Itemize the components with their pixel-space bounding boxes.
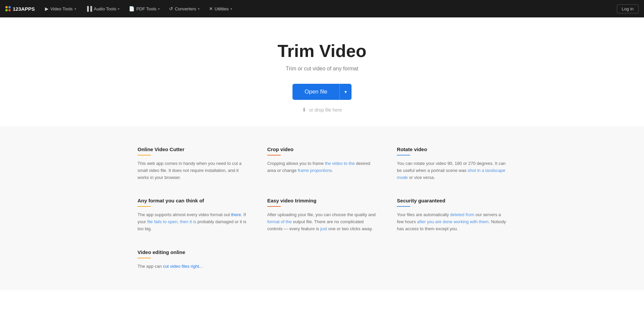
open-file-container: Open file ▾	[292, 84, 352, 100]
open-file-dropdown-button[interactable]: ▾	[339, 84, 352, 100]
video-tools-icon: ▶	[45, 6, 49, 11]
feature-text-5: After uploading your file, you can choos…	[267, 211, 377, 232]
feature-text-1: This web app comes in handy when you nee…	[138, 160, 247, 181]
utilities-icon: ✕	[209, 6, 213, 11]
feature-crop-video: Crop video Cropping allows you to frame …	[267, 146, 377, 181]
chevron-down-icon-2: ▾	[118, 7, 119, 11]
feature-title-1: Online Video Cutter	[138, 146, 247, 152]
feature-underline-2	[267, 155, 281, 155]
logo[interactable]: 123APPS	[5, 6, 35, 12]
nav-item-pdf-tools[interactable]: 📄 PDF Tools ▾	[125, 4, 163, 13]
nav-item-audio-tools[interactable]: ▐▐ Audio Tools ▾	[82, 4, 123, 13]
feature-text-7: The app can cut video files right...	[138, 263, 247, 270]
brand-name: 123APPS	[13, 6, 35, 12]
feature-video-editing: Video editing online The app can cut vid…	[138, 249, 247, 270]
nav-label-utilities: Utilities	[215, 6, 229, 11]
nav-label-audio-tools: Audio Tools	[94, 6, 116, 11]
feature-text-6: Your files are automatically deleted fro…	[397, 211, 506, 232]
features-grid: Online Video Cutter This web app comes i…	[138, 146, 506, 270]
nav-item-video-tools[interactable]: ▶ Video Tools ▾	[42, 4, 79, 13]
download-icon: ⬇	[302, 107, 306, 113]
there-link[interactable]: there	[231, 212, 241, 217]
nav-label-video-tools: Video Tools	[50, 6, 73, 11]
feature-underline-3	[397, 155, 410, 155]
feature-title-2: Crop video	[267, 146, 377, 152]
hero-subtitle: Trim or cut video of any format	[7, 66, 637, 72]
drop-zone: ⬇ or drop file here	[7, 107, 637, 113]
navbar: 123APPS ▶ Video Tools ▾ ▐▐ Audio Tools ▾…	[0, 0, 644, 17]
nav-item-utilities[interactable]: ✕ Utilities ▾	[206, 4, 235, 13]
nav-item-converters[interactable]: ↺ Converters ▾	[166, 4, 203, 13]
feature-title-4: Any format you can think of	[138, 198, 247, 203]
feature-underline-1	[138, 155, 151, 155]
converters-icon: ↺	[169, 6, 173, 11]
logo-dot-3	[5, 9, 8, 11]
feature-underline-6	[397, 206, 410, 207]
feature-title-5: Easy video trimming	[267, 198, 377, 203]
feature-security: Security guaranteed Your files are autom…	[397, 198, 506, 232]
logo-dot-2	[8, 6, 11, 8]
chevron-down-icon-3: ▾	[158, 7, 160, 11]
chevron-down-icon-5: ▾	[230, 7, 232, 11]
page-title: Trim Video	[7, 41, 637, 61]
feature-text-3: You can rotate your video 90, 180 or 270…	[397, 160, 506, 181]
feature-online-video-cutter: Online Video Cutter This web app comes i…	[138, 146, 247, 181]
audio-tools-icon: ▐▐	[86, 6, 92, 11]
cut-video-link[interactable]: cut video files right	[163, 264, 199, 269]
open-file-button[interactable]: Open file	[292, 84, 339, 100]
feature-title-3: Rotate video	[397, 146, 506, 152]
logo-dots	[5, 6, 11, 11]
navbar-right: Log in	[617, 4, 639, 13]
main-content: Trim Video Trim or cut video of any form…	[0, 0, 644, 313]
chevron-down-icon: ▾	[74, 7, 76, 11]
pdf-tools-icon: 📄	[129, 6, 135, 11]
nav-label-pdf-tools: PDF Tools	[136, 6, 156, 11]
feature-underline-7	[138, 258, 151, 258]
feature-text-2: Cropping allows you to frame the video t…	[267, 160, 377, 174]
logo-dot-1	[5, 6, 8, 8]
feature-rotate-video: Rotate video You can rotate your video 9…	[397, 146, 506, 181]
feature-underline-5	[267, 206, 281, 207]
login-button[interactable]: Log in	[617, 4, 639, 13]
logo-dot-4	[8, 9, 11, 11]
feature-underline-4	[138, 206, 151, 207]
chevron-down-icon-4: ▾	[198, 7, 200, 11]
drop-text: or drop file here	[309, 107, 342, 113]
feature-title-7: Video editing online	[138, 249, 247, 255]
features-section: Online Video Cutter This web app comes i…	[0, 126, 644, 290]
feature-title-6: Security guaranteed	[397, 198, 506, 203]
feature-easy-trimming: Easy video trimming After uploading your…	[267, 198, 377, 232]
feature-any-format: Any format you can think of The app supp…	[138, 198, 247, 232]
nav-label-converters: Converters	[175, 6, 196, 11]
hero-section: Trim Video Trim or cut video of any form…	[0, 17, 644, 126]
feature-text-4: The app supports almost every video form…	[138, 211, 247, 232]
